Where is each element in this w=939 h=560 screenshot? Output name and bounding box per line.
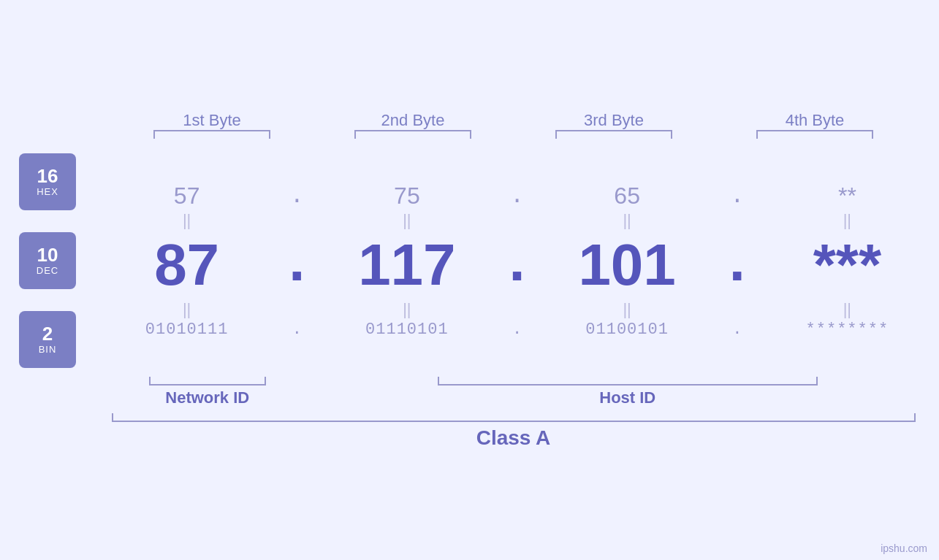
network-id-label: Network ID [112,388,304,407]
bin-val-4: ******** [756,321,939,339]
dec-row: 87 . 117 . 101 . *** [95,231,939,299]
host-bracket [438,377,818,386]
eq-2-3: || [536,300,719,319]
dec-val-4: *** [756,231,939,299]
hex-badge: 16 HEX [19,153,76,210]
eq-2-2: || [315,300,498,319]
top-brackets [112,130,916,139]
bin-dot-2: . [499,321,536,339]
hex-dot-2: . [499,183,536,210]
dec-dot-2: . [499,231,536,298]
dec-badge: 10 DEC [19,232,76,289]
class-label: Class A [112,426,916,450]
dec-badge-num: 10 [37,245,58,266]
byte-headers: 1st Byte 2nd Byte 3rd Byte 4th Byte [112,111,916,130]
network-bracket [149,377,266,386]
bin-dot-1: . [278,321,315,339]
class-bracket [112,413,916,422]
hex-val-2: 75 [315,183,498,210]
eq-1-2: || [315,211,498,230]
bin-badge: 2 BIN [19,311,76,368]
bin-val-3: 01100101 [536,321,719,339]
bin-badge-label: BIN [39,344,57,355]
watermark: ipshu.com [881,542,927,554]
equals-row-1: || || || || [95,210,939,231]
main-container: 1st Byte 2nd Byte 3rd Byte 4th Byte 16 H… [0,96,939,464]
eq-1-4: || [756,211,939,230]
bin-dot-3: . [719,321,756,339]
byte1-header: 1st Byte [112,111,313,130]
hex-row: 57 . 75 . 65 . ** [95,175,939,210]
dec-dot-1: . [278,231,315,298]
byte3-header: 3rd Byte [514,111,715,130]
network-bracket-wrap [112,377,304,386]
hex-dot-1: . [278,183,315,210]
bracket-byte2 [313,130,514,139]
bracket-byte3 [514,130,715,139]
bottom-brackets [112,377,916,386]
hex-badge-num: 16 [37,166,58,187]
class-section: Class A [112,413,916,450]
hex-badge-label: HEX [37,186,58,197]
hex-val-4: ** [756,183,939,210]
host-bracket-wrap [340,377,916,386]
badges-column: 16 HEX 10 DEC 2 BIN [0,146,95,375]
dec-badge-label: DEC [37,265,58,276]
bracket-byte1 [112,130,313,139]
bracket-byte4 [715,130,916,139]
hex-dot-3: . [719,183,756,210]
eq-1-3: || [536,211,719,230]
bottom-section: Network ID Host ID [112,377,916,407]
dec-val-3: 101 [536,231,719,299]
host-id-label: Host ID [340,388,916,407]
dec-val-2: 117 [315,231,498,299]
byte4-header: 4th Byte [715,111,916,130]
hex-val-3: 65 [536,183,719,210]
values-grid: 57 . 75 . 65 . ** [95,175,939,346]
bottom-labels: Network ID Host ID [112,388,916,407]
dec-val-1: 87 [95,231,278,299]
bin-row: 01010111 . 01110101 . 01100101 . [95,321,939,346]
bin-badge-num: 2 [42,323,53,345]
equals-row-2: || || || || [95,299,939,321]
bin-val-2: 01110101 [315,321,498,339]
byte2-header: 2nd Byte [313,111,514,130]
eq-1-1: || [95,211,278,230]
bin-val-1: 01010111 [95,321,278,339]
eq-2-4: || [756,300,939,319]
eq-2-1: || [95,300,278,319]
dec-dot-3: . [719,231,756,298]
hex-val-1: 57 [95,183,278,210]
